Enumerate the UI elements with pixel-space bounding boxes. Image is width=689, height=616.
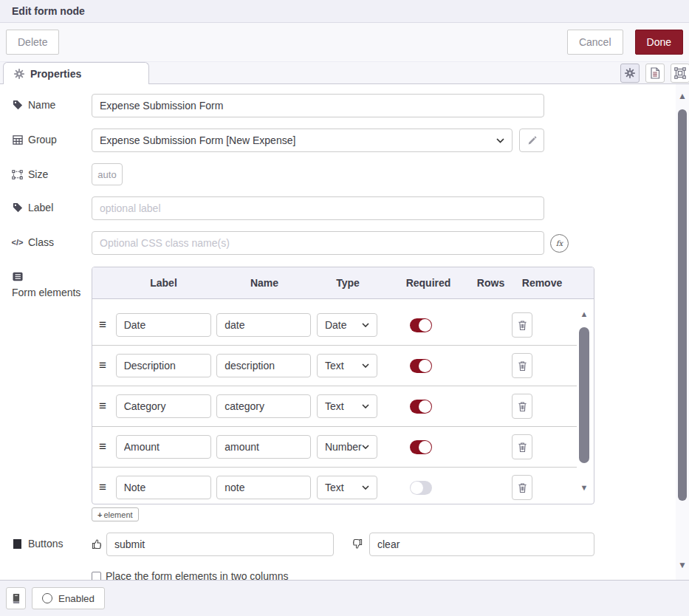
trash-icon (518, 401, 527, 412)
remove-element-button[interactable] (512, 434, 532, 459)
drag-handle-icon[interactable]: ≡ (92, 358, 113, 373)
form-elements-table: Label Name Type Required Rows Remove ≡ (92, 267, 594, 504)
name-input[interactable] (92, 94, 544, 117)
trash-icon (518, 320, 527, 331)
remove-element-button[interactable] (512, 475, 532, 500)
pencil-icon (527, 136, 537, 146)
label-label: Label (12, 196, 92, 213)
label-row: Label (12, 196, 676, 220)
label-input[interactable] (92, 196, 544, 220)
chevron-down-icon (362, 363, 369, 368)
required-toggle[interactable] (410, 359, 432, 373)
class-input[interactable] (92, 231, 544, 255)
element-name-input[interactable] (216, 354, 311, 377)
table-scrollbar[interactable]: ▲ ▼ (578, 305, 590, 504)
list-alt-icon (12, 272, 23, 281)
element-type-select[interactable]: Date (317, 313, 377, 337)
scroll-up-arrow-icon[interactable]: ▲ (676, 92, 689, 100)
required-toggle[interactable] (410, 481, 432, 495)
size-label: Size (12, 163, 92, 180)
trash-icon (518, 482, 527, 493)
object-group-icon (12, 170, 23, 179)
chevron-down-icon (362, 445, 369, 449)
buttons-label: Buttons (12, 533, 92, 550)
tab-properties[interactable]: Properties (3, 62, 149, 84)
drag-handle-icon[interactable]: ≡ (92, 439, 113, 454)
element-label-input[interactable] (116, 476, 211, 499)
panel-scrollbar-thumb[interactable] (678, 109, 687, 501)
status-circle-icon (42, 593, 52, 603)
enabled-toggle-button[interactable]: Enabled (32, 587, 105, 609)
class-row: </> Class fx (12, 231, 676, 255)
element-type-select[interactable]: Text (317, 476, 377, 499)
properties-tab-button[interactable] (620, 64, 640, 83)
drag-handle-icon[interactable]: ≡ (92, 480, 113, 495)
delete-button[interactable]: Delete (6, 30, 59, 55)
tab-bar: Properties (0, 62, 689, 84)
size-row: Size auto (12, 163, 676, 185)
table-row: ≡ Date (92, 305, 577, 346)
object-box-icon (674, 67, 686, 79)
dialog-toolbar: Delete Cancel Done (0, 23, 689, 62)
table-scrollbar-thumb[interactable] (579, 327, 589, 463)
clear-button-text-input[interactable] (369, 533, 594, 556)
required-toggle[interactable] (410, 400, 432, 414)
name-row: Name (12, 94, 676, 117)
gear-icon (625, 68, 635, 78)
col-label: Label (113, 277, 214, 289)
scroll-up-arrow-icon[interactable]: ▲ (578, 309, 590, 318)
submit-button-text-input[interactable] (106, 533, 334, 556)
element-name-input[interactable] (216, 394, 311, 418)
col-type: Type (315, 277, 381, 289)
group-label: Group (12, 129, 92, 146)
group-row: Group Expense Submission Form [New Expen… (12, 129, 676, 152)
scroll-down-arrow-icon[interactable]: ▼ (578, 483, 590, 492)
square-icon (12, 539, 23, 549)
element-type-select[interactable]: Text (317, 354, 377, 377)
scroll-down-arrow-icon[interactable]: ▼ (676, 561, 689, 569)
edit-group-button[interactable] (519, 129, 544, 152)
remove-element-button[interactable] (512, 312, 532, 338)
panel-scrollbar[interactable]: ▲ ▼ (676, 84, 689, 580)
element-name-input[interactable] (216, 313, 311, 337)
cancel-button[interactable]: Cancel (567, 30, 623, 55)
trash-icon (518, 360, 527, 372)
chevron-down-icon (496, 138, 504, 143)
properties-panel: Name Group Expense Submission Form [New … (0, 84, 676, 580)
element-name-input[interactable] (216, 435, 311, 459)
done-button[interactable]: Done (635, 30, 683, 55)
element-type-select[interactable]: Text (317, 394, 377, 418)
add-element-button[interactable]: + element (92, 507, 139, 521)
drag-handle-icon[interactable]: ≡ (92, 318, 113, 332)
form-elements-label: Form elements (12, 267, 92, 298)
table-row: ≡ Text (92, 346, 577, 386)
size-auto-button[interactable]: auto (92, 163, 123, 185)
node-help-button[interactable] (6, 587, 26, 609)
enabled-label: Enabled (58, 593, 95, 604)
element-label-input[interactable] (116, 354, 211, 377)
element-name-input[interactable] (216, 476, 311, 499)
remove-element-button[interactable] (512, 353, 532, 378)
description-tab-button[interactable] (645, 64, 665, 83)
appearance-tab-button[interactable] (671, 64, 689, 83)
trash-icon (518, 442, 527, 453)
buttons-row: Buttons (12, 533, 676, 556)
drag-handle-icon[interactable]: ≡ (92, 399, 113, 414)
element-type-select[interactable]: Number (317, 435, 377, 459)
remove-element-button[interactable] (512, 394, 532, 419)
col-remove: Remove (506, 277, 578, 289)
col-required: Required (381, 277, 476, 289)
table-row: ≡ Text (92, 468, 577, 504)
dialog-footer: Enabled (0, 580, 689, 616)
element-label-input[interactable] (116, 313, 211, 337)
dynamic-class-button[interactable]: fx (550, 234, 569, 253)
required-toggle[interactable] (410, 318, 432, 332)
group-select[interactable]: Expense Submission Form [New Expense] (92, 129, 513, 152)
element-label-input[interactable] (116, 394, 211, 418)
table-row: ≡ Text (92, 386, 577, 427)
element-label-input[interactable] (116, 435, 211, 459)
toolbar-right-group: Cancel Done (567, 30, 683, 55)
required-toggle[interactable] (410, 440, 432, 454)
form-elements-row: Form elements Label Name Type Required R… (12, 267, 676, 504)
table-body: ≡ Date (92, 299, 594, 504)
